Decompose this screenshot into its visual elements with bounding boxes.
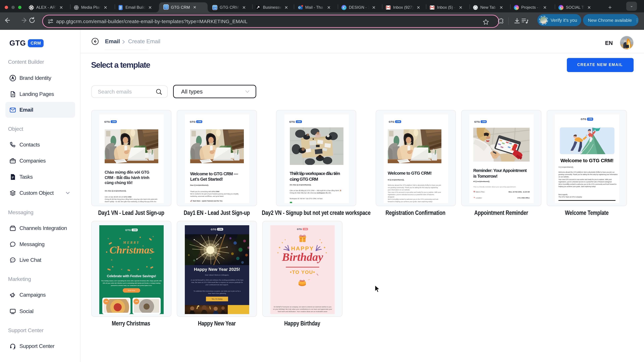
svg-text:GTG: GTG <box>213 6 216 7</box>
svg-text:CRM: CRM <box>213 7 216 9</box>
svg-text:GTG: GTG <box>164 5 168 7</box>
svg-text:CRM: CRM <box>164 7 168 9</box>
